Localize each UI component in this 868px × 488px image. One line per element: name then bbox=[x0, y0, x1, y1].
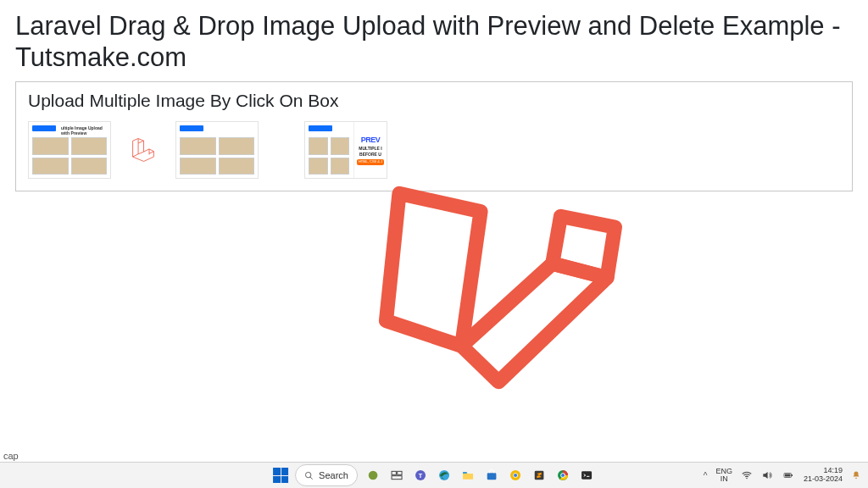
taskbar-search[interactable]: Search bbox=[295, 464, 358, 486]
explorer-icon[interactable] bbox=[459, 467, 476, 484]
chrome-canary-icon[interactable] bbox=[507, 467, 524, 484]
terminal-icon[interactable] bbox=[578, 467, 595, 484]
svg-point-5 bbox=[369, 471, 378, 480]
chrome-icon[interactable] bbox=[554, 467, 571, 484]
taskbar-clock[interactable]: 14:19 21-03-2024 bbox=[804, 467, 843, 484]
page-title: Laravel Drag & Drop Image Upload with Pr… bbox=[0, 0, 868, 81]
svg-point-20 bbox=[561, 474, 565, 477]
wifi-icon[interactable] bbox=[741, 469, 753, 481]
svg-rect-21 bbox=[581, 471, 592, 479]
preview-line: MULTIPLE I bbox=[359, 146, 381, 151]
start-button[interactable] bbox=[273, 468, 288, 483]
svg-text:T: T bbox=[419, 472, 423, 480]
preview-thumb[interactable]: ultiple Image Upload with Preview bbox=[28, 121, 111, 179]
svg-point-16 bbox=[514, 474, 517, 477]
laravel-icon-small bbox=[131, 138, 155, 162]
svg-point-22 bbox=[746, 478, 748, 480]
svg-point-26 bbox=[855, 478, 857, 480]
svg-line-4 bbox=[310, 476, 313, 479]
preview-big-text: PREV bbox=[361, 136, 381, 145]
volume-icon[interactable] bbox=[761, 469, 773, 481]
preview-thumb[interactable] bbox=[175, 121, 259, 179]
svg-rect-7 bbox=[398, 471, 402, 474]
svg-rect-13 bbox=[487, 473, 497, 480]
svg-rect-25 bbox=[785, 474, 791, 477]
taskbar: Search T ^ ENG IN 14:19 21-03-202 bbox=[0, 462, 868, 488]
search-icon bbox=[304, 471, 314, 480]
preview-tag: HTML, CSS & J bbox=[357, 159, 384, 165]
window-caption: cap bbox=[3, 451, 19, 461]
preview-line: BEFORE U bbox=[359, 152, 381, 157]
laravel-logo bbox=[353, 155, 664, 421]
svg-rect-6 bbox=[392, 471, 396, 474]
language-indicator[interactable]: ENG IN bbox=[715, 468, 732, 483]
thumb-caption: ultiple Image Upload with Preview bbox=[61, 125, 110, 136]
sublime-icon[interactable] bbox=[531, 467, 548, 484]
svg-rect-8 bbox=[392, 476, 402, 480]
battery-icon[interactable] bbox=[782, 470, 795, 480]
edge-icon[interactable] bbox=[436, 467, 453, 484]
svg-rect-24 bbox=[792, 474, 793, 476]
store-icon[interactable] bbox=[483, 467, 500, 484]
card-heading: Upload Multiple Image By Click On Box bbox=[28, 91, 840, 111]
notifications-icon[interactable] bbox=[851, 470, 861, 480]
task-view-icon[interactable] bbox=[388, 467, 405, 484]
taskbar-app-icon[interactable] bbox=[364, 467, 381, 484]
upload-dropzone[interactable]: ultiple Image Upload with Preview bbox=[28, 121, 840, 179]
preview-thumb[interactable]: PREV MULTIPLE I BEFORE U HTML, CSS & J bbox=[304, 121, 387, 179]
search-placeholder: Search bbox=[319, 470, 348, 480]
teams-icon[interactable]: T bbox=[412, 467, 429, 484]
upload-card: Upload Multiple Image By Click On Box ul… bbox=[15, 81, 853, 191]
tray-chevron-icon[interactable]: ^ bbox=[704, 471, 708, 480]
svg-rect-12 bbox=[463, 472, 467, 474]
svg-point-3 bbox=[305, 472, 310, 477]
